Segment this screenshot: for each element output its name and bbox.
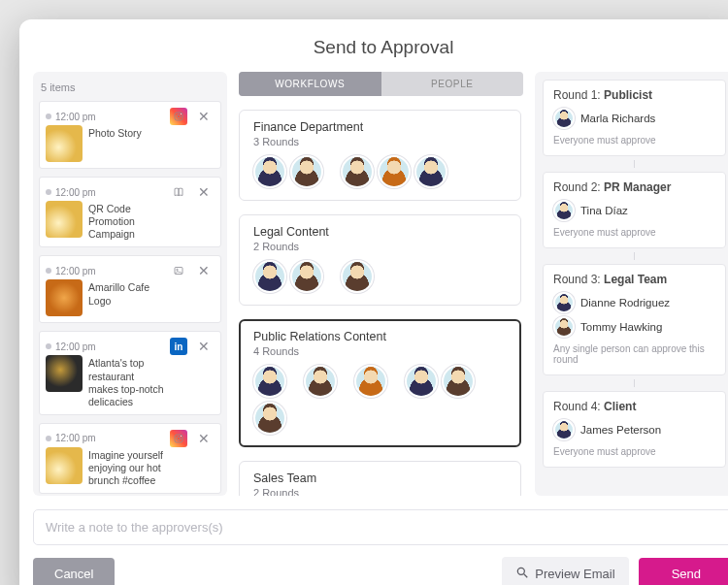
approval-round: Round 1: PublicistMarla RichardsEveryone… (543, 80, 726, 156)
workflow-card[interactable]: Public Relations Content4 Rounds (239, 319, 521, 447)
note-input[interactable] (33, 509, 728, 545)
round-rule: Everyone must approve (553, 135, 715, 146)
remove-item-button[interactable]: ✕ (195, 430, 213, 447)
remove-item-button[interactable]: ✕ (195, 338, 213, 355)
preview-email-label: Preview Email (535, 567, 614, 581)
instagram-icon (170, 108, 187, 125)
round-person: Dianne Rodriguez (553, 292, 715, 313)
workflow-list: Finance Department3 RoundsLegal Content2… (239, 110, 523, 496)
round-rule: Everyone must approve (553, 227, 715, 238)
avatar (553, 292, 575, 313)
round-connector (634, 252, 635, 260)
remove-item-button[interactable]: ✕ (195, 262, 213, 279)
cancel-button[interactable]: Cancel (33, 558, 115, 585)
workflows-panel: WORKFLOWS PEOPLE Finance Department3 Rou… (239, 72, 523, 496)
workflow-subtitle: 3 Rounds (253, 136, 507, 147)
workflow-card[interactable]: Legal Content2 Rounds (239, 214, 521, 306)
svg-point-8 (518, 568, 525, 574)
round-connector (634, 160, 635, 168)
avatar (253, 402, 286, 435)
avatar (290, 155, 323, 188)
remove-item-button[interactable]: ✕ (195, 108, 213, 125)
round-rule: Any single person can approve this round (553, 343, 715, 365)
send-button[interactable]: Send (639, 558, 728, 585)
workflow-avatars (253, 155, 507, 188)
item-time: 12:00 pm (46, 183, 164, 201)
avatar (553, 200, 575, 221)
tab-workflows[interactable]: WORKFLOWS (239, 72, 381, 96)
item-time: 12:00 pm (46, 262, 164, 279)
workflow-card[interactable]: Sales Team2 Rounds (239, 461, 521, 496)
approval-dialog: Send to Approval 5 items 12:00 pm✕Photo … (19, 19, 728, 585)
svg-line-9 (524, 574, 528, 578)
approval-round: Round 2: PR ManagerTina DíazEveryone mus… (543, 172, 726, 248)
svg-point-2 (181, 114, 182, 114)
item-time: 12:00 pm (46, 108, 164, 125)
content-item[interactable]: 12:00 pm✕QR Code Promotion Campaign (39, 177, 221, 247)
round-person: Tommy Hawking (553, 316, 715, 338)
preview-email-button[interactable]: Preview Email (502, 557, 628, 585)
item-thumbnail (46, 201, 83, 238)
content-item[interactable]: 12:00 pm✕Amarillo Cafe Logo (39, 255, 221, 323)
item-thumbnail (46, 125, 83, 162)
dialog-title: Send to Approval (19, 19, 728, 72)
avatar (341, 155, 374, 188)
button-row: Cancel Preview Email Send (33, 557, 728, 585)
main-content: 5 items 12:00 pm✕Photo Story12:00 pm✕QR … (19, 72, 728, 496)
search-icon (515, 566, 529, 582)
workflow-avatars (253, 260, 507, 293)
round-connector (634, 379, 635, 387)
item-time: 12:00 pm (46, 430, 164, 447)
item-name: Imagine yourself enjoying our hot brunch… (88, 447, 164, 487)
person-name: Tommy Hawking (580, 321, 662, 333)
avatar (405, 365, 438, 398)
item-name: Amarillo Cafe Logo (88, 279, 164, 316)
avatar (553, 316, 575, 338)
remove-item-button[interactable]: ✕ (195, 183, 213, 201)
avatar (304, 365, 337, 398)
workflow-subtitle: 2 Rounds (253, 487, 507, 496)
item-thumbnail (46, 355, 83, 392)
item-name: Photo Story (88, 125, 164, 162)
avatar (253, 155, 286, 188)
tab-people[interactable]: PEOPLE (381, 72, 524, 96)
workflow-card[interactable]: Finance Department3 Rounds (239, 110, 521, 201)
content-item[interactable]: 12:00 pm✕Photo Story (39, 101, 221, 169)
round-person: James Peterson (553, 419, 715, 440)
round-heading: Round 2: PR Manager (553, 180, 715, 194)
approval-round: Round 4: ClientJames PetersonEveryone mu… (543, 391, 726, 468)
workflow-title: Legal Content (253, 225, 507, 239)
avatar (341, 260, 374, 293)
workflow-title: Finance Department (253, 120, 507, 134)
svg-point-7 (181, 436, 182, 437)
round-rule: Everyone must approve (553, 446, 715, 457)
content-item[interactable]: 12:00 pmin✕Atlanta's top restaurant make… (39, 331, 221, 415)
person-name: Marla Richards (580, 113, 655, 124)
avatar (553, 419, 575, 440)
book-icon (170, 183, 187, 201)
avatar (414, 155, 447, 188)
person-name: Tina Díaz (580, 205, 628, 216)
item-thumbnail (46, 447, 83, 484)
svg-point-4 (177, 270, 179, 272)
avatar (290, 260, 323, 293)
instagram-icon (170, 430, 187, 447)
svg-point-6 (177, 437, 181, 440)
avatar (253, 260, 286, 293)
avatar (253, 365, 286, 398)
workflow-subtitle: 2 Rounds (253, 241, 507, 252)
round-heading: Round 4: Client (553, 400, 715, 413)
avatar (354, 365, 387, 398)
item-thumbnail (46, 279, 83, 316)
round-person: Tina Díaz (553, 200, 715, 221)
avatar (553, 108, 575, 129)
content-item[interactable]: 12:00 pm✕Imagine yourself enjoying our h… (39, 423, 221, 494)
rounds-panel: Round 1: PublicistMarla RichardsEveryone… (535, 72, 728, 496)
linkedin-icon: in (170, 338, 187, 355)
item-time: 12:00 pm (46, 338, 164, 355)
svg-point-1 (177, 114, 181, 118)
round-person: Marla Richards (553, 108, 715, 129)
item-name: Atlanta's top restaurant makes top-notch… (88, 355, 164, 408)
items-panel: 5 items 12:00 pm✕Photo Story12:00 pm✕QR … (33, 72, 227, 496)
workflow-tabs: WORKFLOWS PEOPLE (239, 72, 523, 96)
